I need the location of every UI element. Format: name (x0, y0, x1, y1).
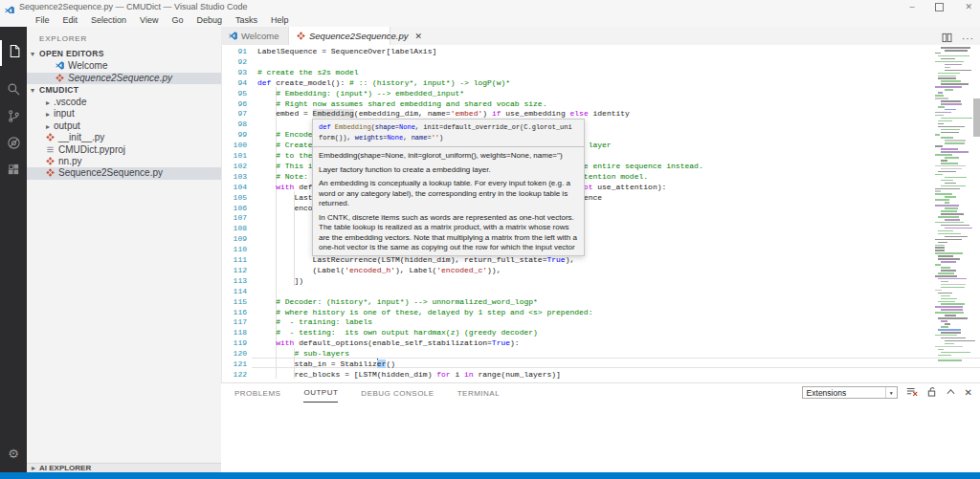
maximize-button[interactable] (935, 3, 944, 11)
line-number[interactable]: 95 (222, 88, 247, 98)
menu-go[interactable]: Go (165, 13, 189, 27)
line-number[interactable]: 99 (222, 129, 247, 140)
code-line-97[interactable]: 97 embed = Embedding(embedding_dim, name… (222, 108, 630, 119)
tree-item[interactable]: CMUDict.pyproj (27, 144, 240, 156)
menu-selection[interactable]: Selection (84, 13, 133, 27)
tab-sequence2sequence-py[interactable]: Sequence2Sequence.py✕ (289, 27, 390, 45)
line-number[interactable]: 115 (222, 296, 247, 307)
line-number[interactable]: 100 (222, 140, 247, 150)
code-line-94[interactable]: 94def create_model(): # :: (history*, in… (222, 77, 510, 88)
code-line-93[interactable]: 93# create the s2s model (222, 67, 359, 77)
open-editor-item[interactable]: Sequence2Sequence.py (27, 73, 250, 84)
line-number[interactable]: 110 (222, 244, 247, 254)
line-number[interactable]: 108 (222, 223, 247, 233)
code-line-117[interactable]: 117 # - training: labels (222, 316, 372, 327)
line-number[interactable]: 91 (222, 46, 247, 56)
code-line-118[interactable]: 118 # - testing: its own output hardmax(… (222, 327, 538, 337)
line-number[interactable]: 94 (222, 77, 247, 88)
minimap-line (941, 210, 957, 212)
tree-item[interactable]: Sequence2Sequence.py (27, 167, 240, 179)
code-line-119[interactable]: 119 with default_options(enable_self_sta… (222, 337, 520, 348)
line-number[interactable]: 120 (222, 348, 247, 359)
minimap[interactable] (934, 45, 973, 382)
line-number[interactable]: 112 (222, 265, 247, 275)
code-line-120[interactable]: 120 # sub-layers (222, 348, 349, 359)
code-line-116[interactable]: 116 # where history is one of these, del… (222, 307, 592, 317)
line-number[interactable]: 97 (222, 108, 247, 119)
line-number[interactable]: 114 (222, 286, 247, 296)
tree-item[interactable]: ▸input (27, 108, 240, 120)
line-number[interactable]: 96 (222, 98, 247, 109)
code-line-95[interactable]: 95 # Embedding: (input*) --> embedded_in… (222, 88, 464, 98)
unlock-icon[interactable] (926, 386, 937, 399)
line-number[interactable]: 93 (222, 67, 247, 77)
vertical-scrollbar-thumb[interactable] (973, 98, 980, 137)
line-number[interactable]: 102 (222, 161, 247, 171)
clear-output-icon[interactable] (906, 386, 918, 399)
minimap-line (935, 346, 963, 348)
maximize-panel-icon[interactable] (946, 387, 956, 398)
panel-tab-output[interactable]: OUTPUT (303, 383, 338, 403)
menu-bar: FileEditSelectionViewGoDebugTasksHelp (0, 13, 980, 27)
line-number[interactable]: 116 (222, 307, 247, 317)
code-line-115[interactable]: 115 # Decoder: (history*, input*) --> un… (222, 296, 538, 307)
line-number[interactable]: 121 (222, 359, 247, 369)
line-number[interactable]: 105 (222, 192, 247, 203)
minimap-line (945, 89, 953, 91)
menu-edit[interactable]: Edit (56, 13, 85, 27)
folder-section-header[interactable]: ▾CMUDICT (27, 84, 221, 97)
minimap-line (935, 190, 941, 192)
code-line-114[interactable]: 114 (222, 286, 257, 296)
extensions-activity-button[interactable] (0, 159, 27, 185)
line-number[interactable]: 122 (222, 369, 247, 380)
close-button[interactable]: ✕ (965, 3, 972, 11)
line-number[interactable]: 106 (222, 203, 247, 213)
code-line-91[interactable]: 91LabelSequence = SequenceOver[labelAxis… (222, 46, 436, 56)
panel-tab-debug-console[interactable]: DEBUG CONSOLE (361, 384, 434, 403)
line-number[interactable]: 117 (222, 316, 247, 327)
line-number[interactable]: 101 (222, 150, 247, 161)
panel-tab-terminal[interactable]: TERMINAL (457, 384, 500, 403)
settings-gear-icon[interactable]: ⚙ (0, 446, 27, 461)
line-number[interactable]: 109 (222, 233, 247, 244)
line-number[interactable]: 113 (222, 275, 247, 286)
output-channel-select[interactable]: Extensions ▼ (802, 386, 898, 399)
panel-tab-problems[interactable]: PROBLEMS (234, 384, 280, 403)
code-line-98[interactable]: 98 (222, 119, 257, 129)
search-activity-button[interactable] (0, 78, 27, 104)
open-editors-header[interactable]: ▾OPEN EDITORS (27, 48, 221, 60)
code-line-121[interactable]: 121 stab_in = Stabilizer() (222, 359, 395, 369)
code-line-96[interactable]: 96 # Right now assumes shared embedding … (222, 98, 546, 109)
line-number[interactable]: 111 (222, 254, 247, 265)
line-number[interactable]: 118 (222, 327, 247, 337)
close-panel-icon[interactable]: ✕ (965, 388, 972, 398)
menu-tasks[interactable]: Tasks (229, 13, 264, 27)
debug-activity-button[interactable] (0, 132, 27, 158)
menu-file[interactable]: File (29, 13, 56, 27)
more-actions-icon[interactable]: ··· (962, 33, 974, 44)
line-number[interactable]: 92 (222, 56, 247, 67)
code-line-112[interactable]: 112 (Label('encoded_h'), Label('encoded_… (222, 265, 501, 275)
code-editor[interactable]: 91LabelSequence = SequenceOver[labelAxis… (221, 45, 980, 382)
tree-item[interactable]: __init__.py (27, 132, 240, 143)
tab-welcome[interactable]: Welcome (221, 27, 289, 45)
line-number[interactable]: 107 (222, 212, 247, 223)
code-line-92[interactable]: 92 (222, 56, 257, 67)
minimize-button[interactable]: – (909, 3, 914, 11)
close-tab-icon[interactable]: ✕ (415, 32, 423, 41)
tree-item[interactable]: ▸.vscode (27, 97, 240, 108)
code-line-122[interactable]: 122 rec_blocks = [LSTM(hidden_dim) for i… (222, 369, 561, 380)
menu-view[interactable]: View (133, 13, 165, 27)
line-number[interactable]: 119 (222, 337, 247, 348)
tree-item[interactable]: nn.py (27, 156, 240, 167)
menu-help[interactable]: Help (264, 13, 296, 27)
menu-debug[interactable]: Debug (189, 13, 229, 27)
source-control-activity-button[interactable] (0, 105, 27, 131)
tree-item[interactable]: ▸output (27, 120, 240, 132)
line-number[interactable]: 103 (222, 171, 247, 182)
code-line-113[interactable]: 113 ]) (222, 275, 303, 286)
line-number[interactable]: 104 (222, 182, 247, 192)
line-number[interactable]: 98 (222, 119, 247, 129)
open-editor-item[interactable]: Welcome (27, 60, 250, 72)
explorer-activity-button[interactable] (0, 40, 27, 66)
